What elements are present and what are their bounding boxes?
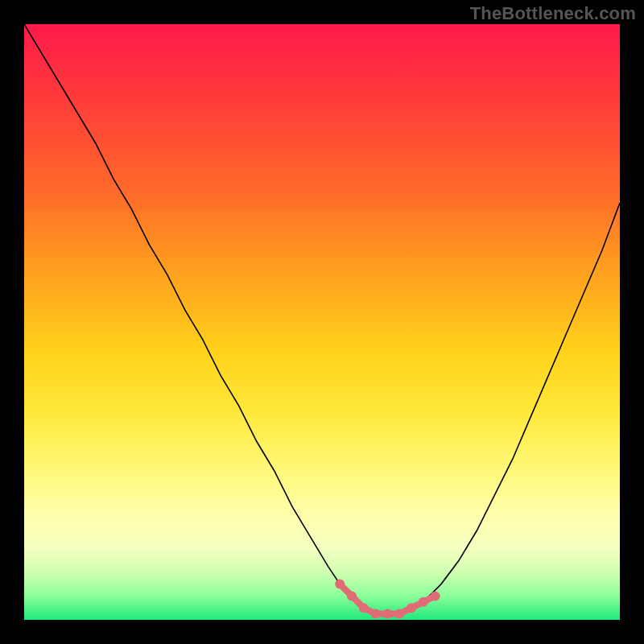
marker-dot <box>431 591 440 601</box>
marker-dot <box>394 609 404 619</box>
marker-dot <box>335 580 345 589</box>
curve-svg <box>24 24 620 620</box>
marker-dot <box>419 597 428 607</box>
plot-area <box>24 24 620 620</box>
watermark-text: TheBottleneck.com <box>470 3 636 24</box>
marker-dot <box>371 609 381 619</box>
marker-dot <box>407 603 416 613</box>
bottleneck-curve <box>24 24 620 614</box>
marker-dot <box>359 603 369 613</box>
marker-dot <box>382 609 392 619</box>
minimum-markers <box>335 580 440 619</box>
marker-dot <box>347 591 357 601</box>
chart-frame: TheBottleneck.com <box>0 0 644 644</box>
